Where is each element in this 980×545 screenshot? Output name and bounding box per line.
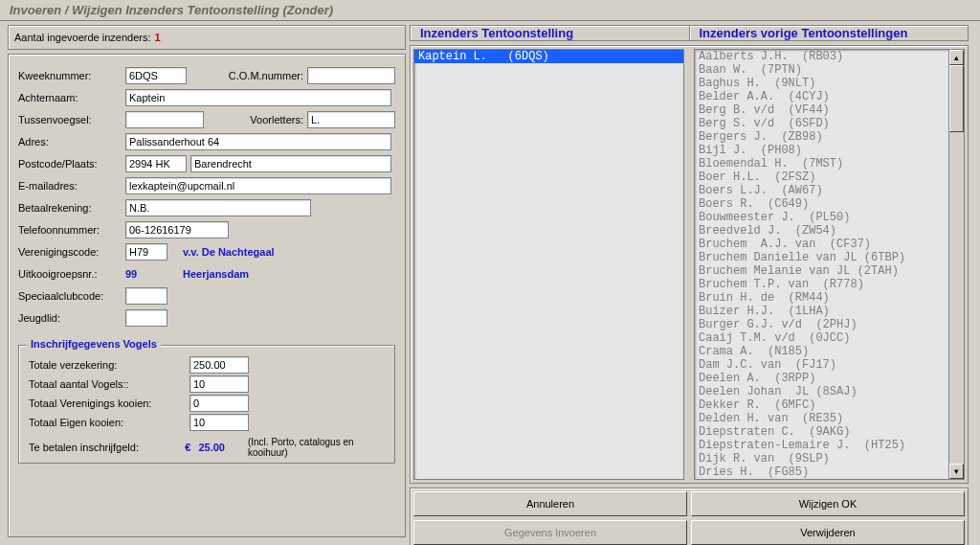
list-item[interactable]: Baghus H. (9NLT) xyxy=(695,77,948,90)
vereniging-naam: v.v. De Nachtegaal xyxy=(183,246,275,258)
list-item[interactable]: Burger G.J. v/d (2PHJ) xyxy=(695,318,948,331)
list-item[interactable]: Diepstraten-Lemaire J. (HT25) xyxy=(695,439,948,452)
list-item[interactable]: Bruchem Melanie van JL (2TAH) xyxy=(695,264,948,278)
list-item[interactable]: Boer H.L. (2FSZ) xyxy=(695,170,948,184)
list-item[interactable]: Boers R. (C649) xyxy=(695,197,948,211)
list-item[interactable]: Breedveld J. (ZW54) xyxy=(695,224,948,238)
telefoon-field[interactable] xyxy=(125,221,229,238)
list-item[interactable]: Bijl J. (PH08) xyxy=(695,144,948,157)
list-item[interactable]: Aalberts J.H. (RB03) xyxy=(695,50,948,63)
eigenkooien-field[interactable] xyxy=(189,414,249,431)
list-item[interactable]: Deelen Johan JL (8SAJ) xyxy=(695,385,948,398)
comnummer-label: C.O.M.nummer: xyxy=(229,70,303,81)
kweeknummer-label: Kweeknummer: xyxy=(18,70,122,81)
telefoon-label: Telefoonnummer: xyxy=(18,224,122,236)
list-item[interactable]: Dijk R. van (9SLP) xyxy=(695,452,948,466)
counter-panel: Aantal ingevoerde inzenders: 1 xyxy=(8,25,406,50)
verenigingscode-label: Verenigingscode: xyxy=(18,246,122,258)
postcode-label: Postcode/Plaats: xyxy=(18,158,122,170)
speciaalclub-label: Speciaalclubcode: xyxy=(18,290,122,302)
list-item[interactable]: Delden H. van (RE35) xyxy=(695,412,948,425)
list-item[interactable]: Bergers J. (ZB98) xyxy=(695,130,948,144)
betaalrek-field[interactable] xyxy=(125,199,311,216)
counter-value: 1 xyxy=(154,32,160,43)
list-item[interactable]: Caaij T.M. v/d (0JCC) xyxy=(695,331,948,345)
tebetalen-value: 25.00 xyxy=(198,442,225,453)
speciaalclub-field[interactable] xyxy=(125,287,167,305)
postcode-field[interactable] xyxy=(125,155,187,172)
jeugdlid-field[interactable] xyxy=(125,309,167,327)
window-title: Invoeren / Wijzigen Inzenders Tentoonste… xyxy=(0,0,980,21)
window: Invoeren / Wijzigen Inzenders Tentoonste… xyxy=(0,0,980,545)
kweeknummer-field[interactable] xyxy=(125,67,187,84)
list-item[interactable]: Bruchem Danielle van JL (6TBP) xyxy=(695,251,948,264)
list-item[interactable]: Crama A. (N185) xyxy=(695,345,948,358)
list-item[interactable]: Kaptein L. (6DQS) xyxy=(414,50,683,63)
list-item[interactable]: Baan W. (7PTN) xyxy=(695,63,948,77)
aantalvogels-label: Totaal aantal Vogels:: xyxy=(29,378,186,390)
list-item[interactable]: Bruchem A.J. van (CF37) xyxy=(695,238,948,251)
scroll-down-button[interactable]: ▾ xyxy=(949,464,964,479)
scroll-thumb[interactable] xyxy=(949,65,964,132)
verzekering-field[interactable] xyxy=(189,356,249,374)
list-right-wrap: Aalberts J.H. (RB03)Baan W. (7PTN)Baghus… xyxy=(694,49,965,480)
scroll-track[interactable] xyxy=(949,65,964,464)
wijzigen-button[interactable]: Wijzigen OK xyxy=(691,491,965,516)
verkooien-field[interactable] xyxy=(189,395,249,412)
list-item[interactable]: Dekker R. (6MFC) xyxy=(695,398,948,412)
scroll-up-button[interactable]: ▴ xyxy=(949,50,964,65)
verkooien-label: Totaal Verenigings kooien: xyxy=(29,397,186,409)
list-item[interactable]: Belder A.A. (4CYJ) xyxy=(695,90,948,103)
list-item[interactable]: Buizer H.J. (1LHA) xyxy=(695,305,948,318)
tebetalen-euro: € xyxy=(185,442,190,453)
list-item[interactable]: Dries H. (FG85) xyxy=(695,466,948,479)
invoeren-button: Gegevens Invoeren xyxy=(413,520,687,545)
list-left-wrap: Kaptein L. (6DQS) xyxy=(413,49,684,480)
tebetalen-note: (Incl. Porto, catalogus en kooihuur) xyxy=(248,437,385,458)
achternaam-field[interactable] xyxy=(125,89,391,106)
verwijderen-button[interactable]: Verwijderen xyxy=(691,520,965,545)
adres-field[interactable] xyxy=(125,133,391,150)
tussenvoegsel-field[interactable] xyxy=(125,111,204,128)
aantalvogels-field[interactable] xyxy=(189,375,249,393)
list-item[interactable]: Boers L.J. (AW67) xyxy=(695,184,948,197)
counter-label: Aantal ingevoerde inzenders: xyxy=(14,32,150,43)
list-item[interactable]: Bloemendal H. (7MST) xyxy=(695,157,948,170)
lists-panel: Kaptein L. (6DQS) Aalberts J.H. (RB03)Ba… xyxy=(410,45,969,484)
list-item[interactable]: Diepstraten C. (9AKG) xyxy=(695,425,948,439)
list-item[interactable]: Bruin H. de (RM44) xyxy=(695,291,948,305)
list-item[interactable]: Dam J.C. van (FJ17) xyxy=(695,358,948,372)
uitkooigroep-label: Uitkooigroepsnr.: xyxy=(18,268,122,280)
adres-label: Adres: xyxy=(18,136,122,148)
voorletters-label: Voorletters: xyxy=(250,114,303,125)
tebetalen-label: Te betalen inschrijfgeld: xyxy=(29,442,173,453)
form-panel: Kweeknummer: C.O.M.nummer: Achternaam: T… xyxy=(8,54,406,537)
uitkooigroep-value: 99 xyxy=(125,268,167,280)
list-left[interactable]: Kaptein L. (6DQS) xyxy=(414,50,683,479)
list-item[interactable]: Deelen A. (3RPP) xyxy=(695,372,948,385)
verzekering-label: Totale verzekering: xyxy=(29,359,186,371)
list-item[interactable]: Berg B. v/d (VF44) xyxy=(695,103,948,117)
comnummer-field[interactable] xyxy=(307,67,395,84)
list-right[interactable]: Aalberts J.H. (RB03)Baan W. (7PTN)Baghus… xyxy=(695,50,948,479)
list-item[interactable]: Bruchem T.P. van (R778) xyxy=(695,278,948,291)
voorletters-field[interactable] xyxy=(307,111,395,128)
inschrijf-fieldset: Inschrijfgegevens Vogels Totale verzeker… xyxy=(18,345,395,464)
lists-header-panel: Inzenders Tentoonstelling Inzenders vori… xyxy=(410,25,969,41)
verenigingscode-field[interactable] xyxy=(125,243,167,261)
jeugdlid-label: Jeugdlid: xyxy=(18,312,122,324)
list-item[interactable]: Berg S. v/d (6SFD) xyxy=(695,117,948,130)
plaats-field[interactable] xyxy=(190,155,391,172)
annuleren-button[interactable]: Annuleren xyxy=(413,491,687,516)
email-field[interactable] xyxy=(125,177,391,194)
button-panel: Annuleren Wijzigen OK Gegevens Invoeren … xyxy=(410,488,969,545)
inschrijf-legend: Inschrijfgegevens Vogels xyxy=(27,338,161,350)
betaalrek-label: Betaalrekening: xyxy=(18,202,122,214)
eigenkooien-label: Totaal Eigen kooien: xyxy=(29,417,186,428)
header-vorige: Inzenders vorige Tentoonstellingen xyxy=(689,26,969,40)
uitkooigroep-naam: Heerjansdam xyxy=(183,268,249,280)
scrollbar[interactable]: ▴ ▾ xyxy=(948,50,964,479)
achternaam-label: Achternaam: xyxy=(18,92,122,103)
email-label: E-mailadres: xyxy=(18,180,122,192)
list-item[interactable]: Bouwmeester J. (PL50) xyxy=(695,211,948,224)
